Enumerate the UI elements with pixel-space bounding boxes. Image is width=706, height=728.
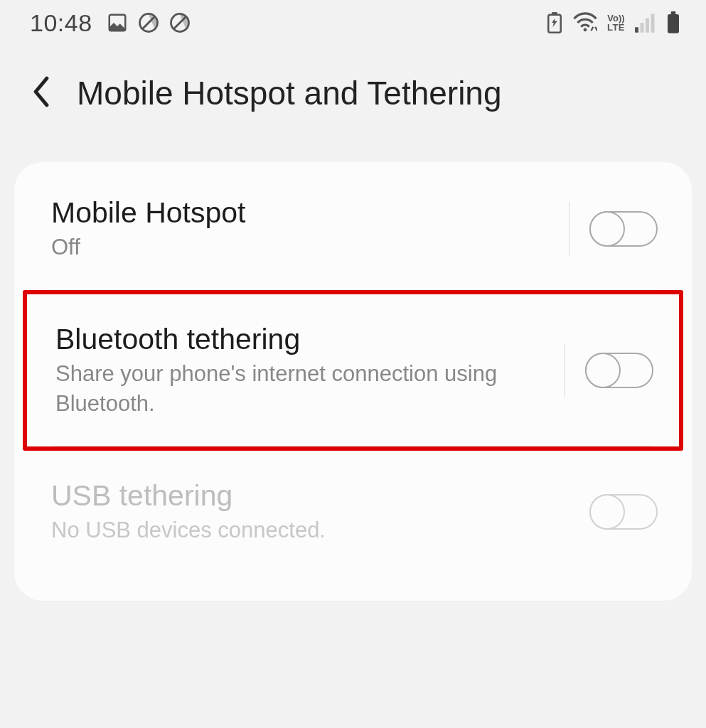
svg-point-5	[583, 28, 587, 32]
status-bar-right: Vo))LTE	[546, 11, 680, 34]
svg-rect-4	[552, 12, 557, 15]
svg-rect-7	[641, 23, 644, 33]
back-button[interactable]	[26, 77, 57, 109]
status-time: 10:48	[30, 9, 92, 37]
setting-subtitle: Share your phone's internet connection u…	[55, 359, 510, 419]
vertical-divider	[565, 343, 565, 397]
setting-bluetooth-tethering[interactable]: Bluetooth tethering Share your phone's i…	[27, 294, 679, 446]
setting-usb-tethering: USB tethering No USB devices connected.	[14, 451, 692, 572]
setting-text: Mobile Hotspot Off	[51, 195, 563, 262]
signal-icon	[635, 13, 656, 33]
setting-text: USB tethering No USB devices connected.	[51, 478, 589, 545]
row-divider	[53, 446, 653, 446]
page-header: Mobile Hotspot and Tethering	[0, 46, 706, 162]
circle-slash-icon	[138, 12, 159, 33]
wifi-icon	[573, 12, 597, 33]
settings-card: Mobile Hotspot Off Bluetooth tethering S…	[14, 162, 692, 601]
mobile-hotspot-toggle[interactable]	[589, 211, 658, 247]
battery-saver-icon	[546, 12, 563, 33]
svg-rect-10	[668, 14, 679, 33]
bluetooth-tethering-toggle[interactable]	[585, 353, 653, 388]
svg-rect-8	[646, 18, 649, 33]
vertical-divider	[569, 202, 569, 256]
usb-tethering-toggle	[589, 494, 658, 530]
status-bar: 10:48 Vo))LTE	[0, 0, 706, 46]
svg-rect-11	[671, 11, 676, 14]
setting-mobile-hotspot[interactable]: Mobile Hotspot Off	[14, 168, 692, 289]
volte-icon: Vo))LTE	[607, 14, 625, 32]
svg-rect-6	[635, 27, 638, 33]
setting-title: Bluetooth tethering	[55, 321, 547, 358]
highlight-box: Bluetooth tethering Share your phone's i…	[23, 290, 683, 451]
svg-rect-9	[651, 14, 655, 33]
page-title: Mobile Hotspot and Tethering	[77, 74, 502, 112]
image-icon	[107, 12, 128, 33]
setting-title: USB tethering	[51, 478, 578, 514]
battery-icon	[666, 11, 680, 34]
setting-title: Mobile Hotspot	[51, 195, 552, 231]
status-bar-left: 10:48	[30, 9, 191, 37]
setting-subtitle: Off	[51, 232, 506, 262]
chevron-left-icon	[31, 76, 51, 110]
setting-text: Bluetooth tethering Share your phone's i…	[55, 321, 559, 419]
setting-subtitle: No USB devices connected.	[51, 515, 506, 545]
circle-slash-icon	[169, 12, 191, 33]
